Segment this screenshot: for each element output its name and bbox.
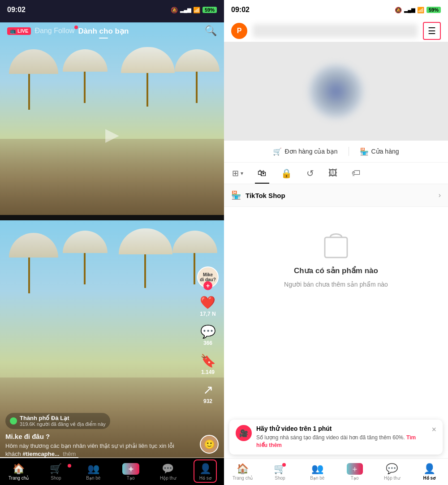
umbrella-4 [175,49,220,72]
right-tab-tao[interactable]: ＋ Tạo [336,463,373,481]
left-bell-icon: 🔕 [171,7,178,13]
right-battery: 59% [426,7,441,13]
svg-rect-0 [325,237,347,258]
umbrella-2 [63,49,108,72]
empty-sub: Người bán chưa thêm sản phẩm nào [284,281,388,288]
right-signal-icon: ▂▄▆ [404,7,415,13]
share-action[interactable]: ↗ 932 [203,382,213,404]
inbox-icon: 💬 [162,463,174,475]
friends-icon: 👥 [87,463,99,475]
comment-action[interactable]: 💬 366 [200,324,216,346]
right-tab-shop[interactable]: 🛒 Shop [261,463,298,481]
tiktok-shop-row[interactable]: 🏪 TikTok Shop › [224,184,448,207]
notif-close-button[interactable]: × [431,425,436,434]
like-count: 17,7 N [200,311,215,317]
location-dot-icon [10,417,17,425]
right-tab-ho-so[interactable]: 👤 Hồ sơ [411,463,448,481]
bookmark-icon: 🔖 [200,353,216,368]
share-icon: ↗ [203,382,213,397]
tab-trang-chu[interactable]: 🏠 Trang chủ [0,463,37,481]
right-profile-icon: 👤 [423,463,435,475]
notif-sub: Số lượng nhà sáng tạo đăng video dài hơn… [256,434,427,449]
location-tag[interactable]: Thành phố Đà Lạt 319.6K người đã đăng về… [5,413,110,429]
profile-p-badge[interactable]: P [231,23,247,39]
notif-title: Hãy thử video trên 1 phút [256,425,427,432]
play-button-top[interactable]: ▶ [99,121,125,148]
bookmark-action[interactable]: 🔖 1.149 [200,353,216,375]
more-text[interactable]: thêm [63,451,76,457]
tab-shop-content[interactable]: 🛍 [255,163,269,184]
left-time: 09:02 [7,6,26,14]
right-header: P ☰ [224,20,448,42]
author-avatar[interactable]: Mikedi dau? + [197,266,219,288]
shop-label: Cửa hàng [371,148,399,155]
umbrella-b4 [172,231,217,253]
heart-icon: ❤️ [200,295,215,310]
umbrella-b3 [119,228,172,254]
umbrella-b1 [9,233,58,258]
left-signal-icon: ▂▄▆ [180,7,191,13]
umbrella-pole-b4 [194,253,195,284]
orders-button[interactable]: 🛒 Đơn hàng của bạn [273,147,337,156]
right-time: 09:02 [231,6,250,14]
right-status-icons: 🔕 ▂▄▆ 📶 59% [395,7,441,13]
hashtag[interactable]: #tiemcaphe... [22,451,59,457]
notif-content: Hãy thử video trên 1 phút Số lượng nhà s… [256,425,427,449]
shop-button[interactable]: 🏪 Cửa hàng [360,147,399,156]
right-panel: 09:02 🔕 ▂▄▆ 📶 59% P ☰ 🛒 Đơn hàng của bạn… [224,0,448,485]
left-status-icons: 🔕 ▂▄▆ 📶 59% [171,7,217,13]
comment-count: 366 [203,340,212,346]
follow-plus-button[interactable]: + [203,281,212,290]
bookmark-count: 1.149 [201,369,215,375]
location-text: Thành phố Đà Lạt 319.6K người đã đăng về… [20,415,106,427]
video-title: Mi.ke đi đâu ? [5,433,188,440]
tab-grid[interactable]: ⊞ ▾ [229,163,246,184]
tab-bookmarked[interactable]: 🏷 [349,163,363,184]
left-nav-bar: 📺 LIVE Đang Follow Dành cho bạn 🔍 [0,20,224,42]
right-inbox-icon: 💬 [386,463,398,475]
video-info-overlay: Thành phố Đà Lạt 319.6K người đã đăng về… [5,413,188,458]
create-icon: ＋ [122,463,139,475]
home-icon: 🏠 [13,463,25,475]
tab-shop[interactable]: 🛒 Shop [37,463,74,481]
danh-cho-ban-tab[interactable]: Dành cho bạn [78,26,129,36]
empty-title: Chưa có sản phẩm nào [294,266,378,275]
left-status-bar: 09:02 🔕 ▂▄▆ 📶 59% [0,0,224,20]
profile-name-blurred [253,24,418,38]
cart-small-icon: 🛒 [273,147,282,156]
umbrella-pole-b2 [84,253,86,284]
content-tabs: ⊞ ▾ 🛍 🔒 ↺ 🖼 🏷 [224,163,448,184]
bag-svg [320,226,352,260]
tab-liked[interactable]: 🖼 [326,163,340,184]
tab-private[interactable]: 🔒 [278,163,295,184]
right-status-bar: 09:02 🔕 ▂▄▆ 📶 59% [224,0,448,20]
chevron-right-icon: › [439,191,441,199]
tab-ho-so[interactable]: 👤 Hồ sơ [187,463,224,481]
action-buttons: Mikedi dau? + ❤️ 17,7 N 💬 366 🔖 1.149 ↗ … [197,266,219,404]
photo-icon: 🖼 [328,168,337,178]
dang-follow-tab[interactable]: Đang Follow [34,27,74,35]
small-avatar[interactable]: 🙂 [200,435,219,454]
empty-bag-icon [318,225,354,261]
location-name: Thành phố Đà Lạt [20,415,106,421]
live-badge[interactable]: 📺 LIVE [7,27,31,35]
like-action[interactable]: ❤️ 17,7 N [200,295,215,317]
umbrella-pole-2 [84,72,86,103]
lock-icon: 🔒 [281,168,292,179]
notif-video-icon: 🎥 [236,425,252,441]
right-bottom-bar: 🏠 Trang chủ 🛒 Shop 👥 Bạn bè ＋ Tạo 💬 Hộp … [224,458,448,485]
menu-button[interactable]: ☰ [423,22,441,40]
search-button[interactable]: 🔍 [205,25,217,37]
tab-tao[interactable]: ＋ Tạo [112,463,149,481]
tab-hop-thu[interactable]: 💬 Hộp thư [149,463,186,481]
comment-icon: 💬 [200,324,216,339]
right-bell-icon: 🔕 [395,7,402,13]
tv-icon: 📺 [10,28,16,34]
tab-repost[interactable]: ↺ [304,163,317,184]
notif-sub-text: Số lượng nhà sáng tạo đăng video dài hơn… [256,434,405,441]
right-tab-ban-be[interactable]: 👥 Bạn bè [299,463,336,481]
profile-image-area [224,42,448,141]
right-tab-trang-chu[interactable]: 🏠 Trang chủ [224,463,261,481]
right-tab-hop-thu[interactable]: 💬 Hộp thư [373,463,410,481]
tab-ban-be[interactable]: 👥 Bạn bè [75,463,112,481]
